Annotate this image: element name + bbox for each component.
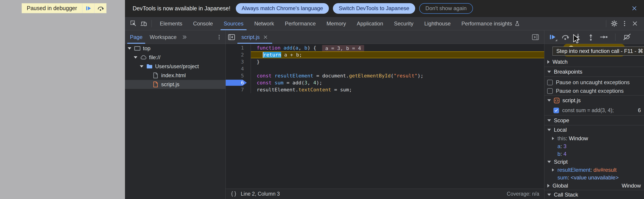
section-breakpoints[interactable]: Breakpoints [544,67,644,77]
code-line[interactable]: 3} [226,58,544,65]
tab-memory[interactable]: Memory [321,17,352,30]
step-into-button[interactable] [574,33,582,41]
scope-section-label: Global [552,182,568,189]
editor-tabbar: script.js [226,30,544,44]
variable-name: this [558,135,566,142]
scope-section-global[interactable]: GlobalWindow [544,181,644,190]
code-line[interactable]: 4 [226,65,544,72]
line-number-gutter[interactable]: 3 [226,58,251,65]
pause-on-uncaught-exceptions-option[interactable]: Pause on uncaught exceptions [544,78,644,87]
scope-variable-sum[interactable]: sum: <value unavailable> [544,174,644,181]
code-line[interactable]: 1function add(a, b) {a = 3, b = 4 [226,44,544,51]
checkbox[interactable] [547,88,553,94]
section-call-stack[interactable]: Call Stack [544,190,644,199]
tab-application[interactable]: Application [351,17,388,30]
tree-item-users-user-project[interactable]: Users/user/project [125,62,226,71]
breakpoint-group-script-js[interactable]: script.js [544,95,644,105]
watch-label: Watch [552,59,568,65]
navigator-tab-workspace[interactable]: Workspace [146,30,180,44]
close-icon[interactable] [630,17,640,30]
close-icon[interactable] [263,35,268,40]
scope-section-local[interactable]: Local [544,125,644,134]
line-number-gutter[interactable]: 2 [226,51,251,58]
code-token: sum [274,80,284,86]
section-scope[interactable]: Scope [544,115,644,125]
code-line[interactable]: 2 return a + b; [226,51,544,58]
expand-arrow-icon[interactable] [552,137,554,140]
step-out-button[interactable] [587,33,595,41]
collapse-arrow-icon[interactable] [547,129,551,131]
switch-devtools-to-japanese-button[interactable]: Switch DevTools to Japanese [333,3,415,14]
tab-console[interactable]: Console [188,17,218,30]
tab-lighthouse[interactable]: Lighthouse [419,17,456,30]
code-line[interactable]: 6const sum = add(3, 4); [226,79,544,86]
scope-section-script[interactable]: Script [544,158,644,166]
deactivate-breakpoints-button[interactable] [623,33,631,41]
code-editor[interactable]: 1function add(a, b) {a = 3, b = 42 retur… [226,44,544,189]
line-number-gutter[interactable]: 5 [226,72,251,79]
line-number-gutter[interactable]: 4 [226,65,251,72]
collapse-arrow-icon[interactable] [547,99,551,102]
line-number-gutter[interactable]: 7 [226,86,251,93]
resume-button[interactable] [82,3,94,13]
resume-button[interactable] [548,33,556,41]
editor-tab-script-js[interactable]: script.js [237,30,272,44]
variable-value: Window [569,135,588,142]
code-line[interactable]: 7resultElement.textContent = sum; [226,86,544,93]
tab-performance-insights[interactable]: Performance insights [456,17,526,30]
tab-security[interactable]: Security [389,17,419,30]
gear-icon[interactable] [609,17,619,30]
expand-arrow-icon[interactable] [128,47,131,50]
checkbox[interactable] [547,80,553,85]
code-token: const [257,80,272,86]
scope-variable-b[interactable]: b: 4 [544,150,644,158]
paused-in-debugger-banner: Paused in debugger [22,3,106,13]
navigator-tab-page[interactable]: Page [126,30,146,44]
tab-network[interactable]: Network [249,17,280,30]
scope-variable-this[interactable]: this: Window [544,134,644,142]
step-button[interactable] [600,33,608,41]
expand-arrow-icon[interactable] [134,56,137,59]
call-stack-label: Call Stack [554,191,578,198]
braces-icon[interactable] [231,191,237,197]
expand-arrow-icon[interactable] [140,65,144,68]
tab-sources[interactable]: Sources [218,17,249,30]
close-icon[interactable] [631,5,638,12]
chevron-double-right-icon[interactable] [182,34,188,40]
panel-left-icon[interactable] [226,33,237,41]
expand-arrow-icon[interactable] [552,168,554,171]
tree-item-index-html[interactable]: index.html [125,71,226,80]
pause-on-caught-exceptions-option[interactable]: Pause on caught exceptions [544,87,644,95]
option-label: Pause on uncaught exceptions [556,79,630,86]
line-number-gutter[interactable]: 1 [226,44,251,51]
collapse-arrow-icon[interactable] [547,119,551,122]
variable-value: <value unavailable> [571,174,619,181]
kebab-menu-icon[interactable] [216,34,226,40]
code-line[interactable]: 5const resultElement = document.getEleme… [226,72,544,79]
collapse-arrow-icon[interactable] [547,71,551,73]
scope-variable-resultelement[interactable]: resultElement: div#result [544,166,644,174]
tree-item-file[interactable]: file:// [125,53,226,62]
expand-arrow-icon[interactable] [547,184,550,187]
device-toolbar-icon[interactable] [138,17,149,30]
collapse-arrow-icon[interactable] [547,161,551,163]
always-match-chrome-s-language-button[interactable]: Always match Chrome's language [236,3,329,14]
panel-right-icon[interactable] [532,33,544,41]
step-over-button[interactable] [561,33,569,41]
scope-variable-a[interactable]: a: 3 [544,142,644,150]
tab-performance[interactable]: Performance [280,17,321,30]
tab-elements[interactable]: Elements [154,17,188,30]
inspect-icon[interactable] [128,17,138,30]
step-over-button[interactable] [94,3,106,13]
section-watch[interactable]: Watch [544,57,644,67]
breakpoint-entry[interactable]: const sum = add(3, 4);6 [544,105,644,115]
line-number-gutter[interactable]: 6 [226,79,251,86]
tree-item-top[interactable]: top [125,44,226,53]
kebab-menu-icon[interactable] [619,17,630,30]
tree-item-script-js[interactable]: script.js [125,80,226,89]
variable-value: 3 [564,143,566,149]
don-t-show-again-button[interactable]: Don't show again [419,3,473,14]
breakpoint-checkbox[interactable] [554,108,559,113]
collapse-arrow-icon[interactable] [547,193,551,196]
expand-arrow-icon[interactable] [547,60,550,64]
